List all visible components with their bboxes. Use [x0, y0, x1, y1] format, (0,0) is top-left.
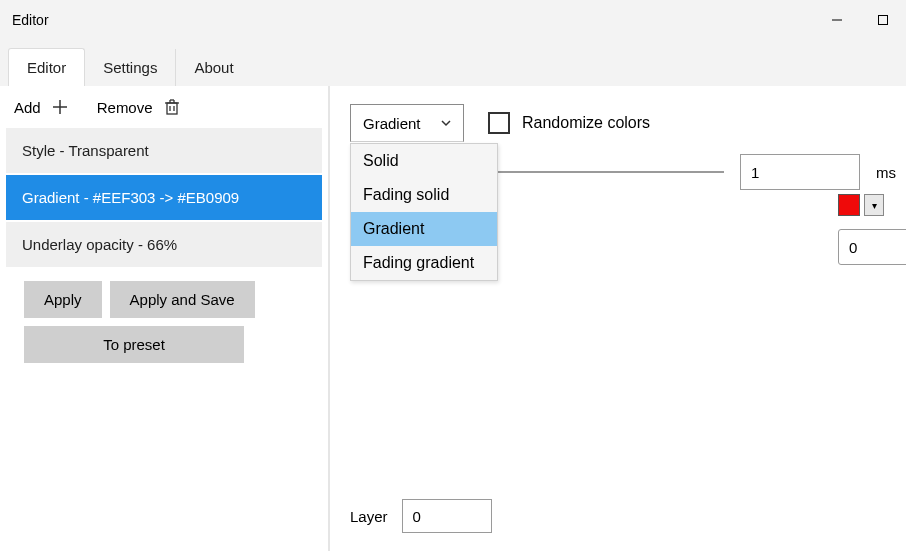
color-swatch[interactable]	[838, 194, 860, 216]
top-row: Gradient Solid Fading solid Gradient Fad…	[350, 104, 886, 142]
left-buttons: Apply Apply and Save To preset	[0, 267, 328, 377]
list-item[interactable]: Style - Transparent	[6, 128, 322, 173]
left-toolbar: Add Remove	[0, 86, 328, 128]
tab-about[interactable]: About	[176, 49, 251, 86]
right-panel: Gradient Solid Fading solid Gradient Fad…	[330, 86, 906, 551]
tab-settings[interactable]: Settings	[85, 49, 176, 86]
svg-rect-1	[879, 16, 888, 25]
type-select-value: Gradient	[363, 115, 421, 132]
add-button[interactable]: Add	[14, 98, 69, 116]
list-item[interactable]: Underlay opacity - 66%	[6, 222, 322, 267]
color-row: ▾	[838, 194, 884, 216]
tab-editor[interactable]: Editor	[8, 48, 85, 86]
dropdown-option-fading-solid[interactable]: Fading solid	[351, 178, 497, 212]
list-item[interactable]: Gradient - #EEF303 -> #EB0909	[6, 175, 322, 220]
to-preset-button[interactable]: To preset	[24, 326, 244, 363]
remove-label: Remove	[97, 99, 153, 116]
window-title: Editor	[12, 12, 49, 28]
tabstrip: Editor Settings About	[0, 40, 906, 86]
dropdown-option-fading-gradient[interactable]: Fading gradient	[351, 246, 497, 280]
color-dropdown-button[interactable]: ▾	[864, 194, 884, 216]
type-dropdown-menu: Solid Fading solid Gradient Fading gradi…	[350, 143, 498, 281]
content: Add Remove Style - Transparent Gradient …	[0, 86, 906, 551]
layer-input[interactable]	[402, 499, 492, 533]
maximize-button[interactable]	[860, 0, 906, 40]
randomize-label: Randomize colors	[522, 114, 650, 132]
duration-unit: ms	[876, 164, 896, 181]
number-input[interactable]	[838, 229, 906, 265]
remove-button[interactable]: Remove	[97, 98, 181, 116]
layer-row: Layer	[350, 499, 492, 533]
apply-save-button[interactable]: Apply and Save	[110, 281, 255, 318]
left-panel: Add Remove Style - Transparent Gradient …	[0, 86, 330, 551]
dropdown-option-solid[interactable]: Solid	[351, 144, 497, 178]
trash-icon	[163, 98, 181, 116]
layer-label: Layer	[350, 508, 388, 525]
randomize-row: Randomize colors	[488, 112, 650, 134]
duration-input[interactable]	[740, 154, 860, 190]
add-label: Add	[14, 99, 41, 116]
minimize-button[interactable]	[814, 0, 860, 40]
apply-button[interactable]: Apply	[24, 281, 102, 318]
chevron-down-icon	[439, 116, 453, 130]
titlebar: Editor	[0, 0, 906, 40]
window-controls	[814, 0, 906, 40]
type-select[interactable]: Gradient Solid Fading solid Gradient Fad…	[350, 104, 464, 142]
plus-icon	[51, 98, 69, 116]
dropdown-option-gradient[interactable]: Gradient	[351, 212, 497, 246]
randomize-checkbox[interactable]	[488, 112, 510, 134]
svg-rect-4	[167, 103, 177, 114]
layer-list: Style - Transparent Gradient - #EEF303 -…	[0, 128, 328, 267]
chevron-down-icon: ▾	[872, 200, 877, 211]
number-row	[838, 229, 906, 265]
